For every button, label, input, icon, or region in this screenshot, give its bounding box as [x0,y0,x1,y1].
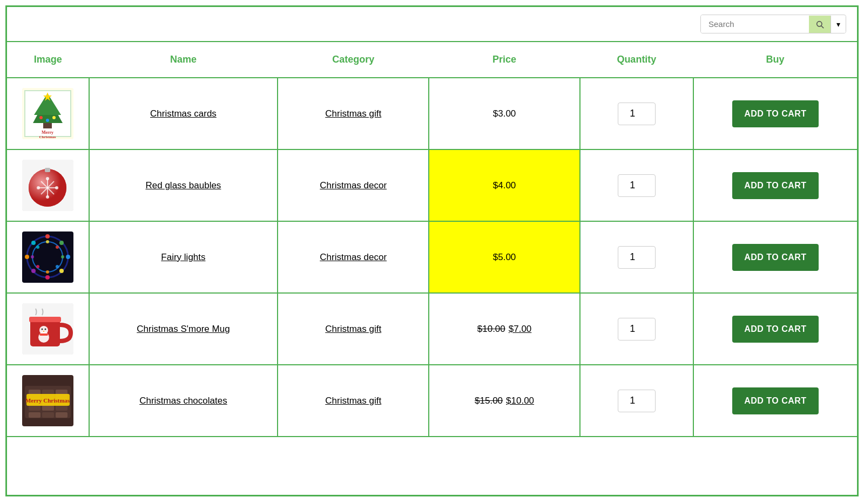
add-to-cart-button-3[interactable]: ADD TO CART [732,244,818,271]
svg-point-32 [45,275,50,280]
svg-point-28 [45,234,50,239]
table-row: Christmas S'more MugChristmas gift$10.00… [7,293,857,365]
svg-point-43 [36,246,39,249]
product-name-cell-1: Christmas cards [89,78,278,149]
add-to-cart-button-2[interactable]: ADD TO CART [732,172,818,199]
product-price-cell-3: $5.00 [429,221,580,293]
search-dropdown-button[interactable]: ▾ [831,16,846,33]
product-name-link-2[interactable]: Red glass baubles [146,180,221,190]
product-category-link-2[interactable]: Christmas decor [320,180,387,190]
svg-text:Merry Christmas: Merry Christmas [25,397,70,404]
add-to-cart-button-5[interactable]: ADD TO CART [732,387,818,414]
svg-rect-25 [22,231,73,283]
col-header-image: Image [7,42,89,78]
svg-line-1 [821,26,824,28]
svg-rect-46 [29,317,61,322]
table-header-row: Image Name Category Price Quantity Buy [7,42,857,78]
products-table: Image Name Category Price Quantity Buy M… [7,42,857,437]
product-name-cell-4: Christmas S'more Mug [89,293,278,365]
svg-rect-52 [39,333,48,336]
add-to-cart-button-1[interactable]: ADD TO CART [732,100,818,127]
product-image-4 [22,303,73,355]
product-image-1: Merry Christmas [22,88,73,139]
product-price-original-5: $15.00 [475,396,503,406]
svg-point-33 [31,269,36,273]
svg-text:Christmas: Christmas [39,135,56,139]
product-quantity-input-1[interactable] [618,103,656,125]
header: ▾ [7,7,857,42]
svg-point-50 [44,329,46,330]
product-name-link-3[interactable]: Fairy lights [161,252,205,262]
product-image-cell-5: Merry Christmas [7,365,89,437]
product-price-cell-1: $3.00 [429,78,580,149]
product-buy-cell-1: ADD TO CART [693,78,857,149]
product-image-cell-3 [7,221,89,293]
product-buy-cell-3: ADD TO CART [693,221,857,293]
product-buy-cell-4: ADD TO CART [693,293,857,365]
product-buy-cell-2: ADD TO CART [693,149,857,221]
page-wrapper: ▾ Image Name Category Price Quantity Buy [5,5,859,496]
product-quantity-input-5[interactable] [618,390,656,412]
svg-rect-62 [42,412,54,418]
product-category-link-3[interactable]: Christmas decor [320,252,387,262]
product-image-3 [22,231,73,283]
svg-point-36 [46,240,49,243]
product-category-cell-3: Christmas decor [278,221,429,293]
svg-point-21 [46,177,49,180]
svg-point-29 [59,241,64,245]
product-name-link-1[interactable]: Christmas cards [150,108,217,119]
svg-point-37 [56,246,59,249]
svg-point-40 [46,270,49,274]
product-price-original-4: $10.00 [477,324,505,334]
product-category-cell-2: Christmas decor [278,149,429,221]
product-image-5: Merry Christmas [22,375,73,426]
product-quantity-cell-2 [580,149,693,221]
search-input[interactable] [701,15,809,33]
product-quantity-input-4[interactable] [618,318,656,340]
product-category-link-1[interactable]: Christmas gift [325,108,381,119]
svg-point-8 [39,116,43,119]
product-image-cell-1: Merry Christmas [7,78,89,149]
col-header-name: Name [89,42,278,78]
product-category-link-5[interactable]: Christmas gift [325,396,381,406]
product-image-cell-2 [7,149,89,221]
svg-point-9 [46,119,49,122]
table-row: Merry Christmas Christmas chocolatesChri… [7,365,857,437]
product-name-link-5[interactable]: Christmas chocolates [139,396,227,406]
product-quantity-cell-1 [580,78,693,149]
product-image-2 [22,160,73,211]
product-quantity-cell-4 [580,293,693,365]
product-quantity-input-3[interactable] [618,246,656,269]
product-price-cell-4: $10.00$7.00 [429,293,580,365]
col-header-quantity: Quantity [580,42,693,78]
svg-point-23 [37,186,40,189]
product-category-link-4[interactable]: Christmas gift [325,324,381,334]
svg-rect-6 [43,123,52,128]
svg-point-49 [41,329,43,330]
col-header-buy: Buy [693,42,857,78]
svg-point-24 [55,186,58,189]
svg-point-42 [31,255,34,258]
col-header-price: Price [429,42,580,78]
svg-point-22 [46,195,49,199]
product-quantity-cell-5 [580,365,693,437]
table-row: Merry Christmas Christmas cardsChristmas… [7,78,857,149]
svg-point-35 [31,241,36,245]
col-header-category: Category [278,42,429,78]
product-name-link-4[interactable]: Christmas S'more Mug [137,324,230,334]
product-name-cell-5: Christmas chocolates [89,365,278,437]
product-quantity-cell-3 [580,221,693,293]
svg-point-31 [59,269,64,273]
svg-point-34 [25,255,29,259]
svg-rect-63 [56,412,68,418]
svg-text:Merry: Merry [42,130,53,135]
search-container: ▾ [700,15,846,33]
product-quantity-input-2[interactable] [618,174,656,197]
table-row: Red glass baublesChristmas decor$4.00ADD… [7,149,857,221]
product-name-cell-2: Red glass baubles [89,149,278,221]
search-icon [815,20,824,29]
table-row: Fairy lightsChristmas decor$5.00ADD TO C… [7,221,857,293]
search-button[interactable] [809,16,831,33]
add-to-cart-button-4[interactable]: ADD TO CART [732,316,818,343]
svg-point-51 [43,331,44,332]
